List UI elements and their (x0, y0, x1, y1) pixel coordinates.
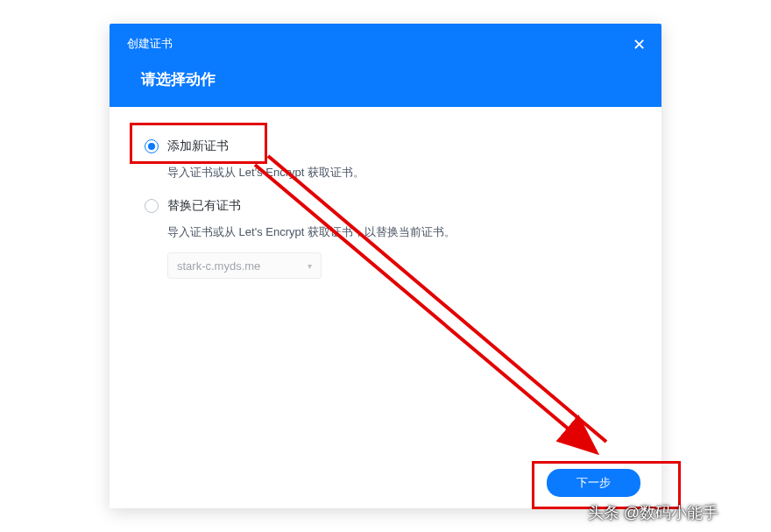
radio-button-icon (145, 139, 159, 153)
watermark: 头条 @数码小能手 (588, 502, 718, 523)
watermark-text: 头条 @数码小能手 (588, 502, 718, 523)
modal-subtitle: 请选择动作 (110, 52, 661, 89)
radio-replace-desc: 导入证书或从 Let's Encrypt 获取证书，以替换当前证书。 (167, 224, 630, 240)
radio-add-new-label: 添加新证书 (167, 138, 229, 154)
dropdown-row: stark-c.myds.me ▾ (167, 252, 630, 279)
radio-option-replace: 替换已有证书 导入证书或从 Let's Encrypt 获取证书，以替换当前证书… (141, 193, 630, 279)
radio-button-icon (145, 199, 159, 213)
next-button[interactable]: 下一步 (547, 469, 640, 497)
chevron-down-icon: ▾ (308, 261, 312, 271)
modal-footer: 下一步 (110, 458, 661, 508)
radio-replace[interactable]: 替换已有证书 (141, 193, 630, 219)
dropdown-value: stark-c.myds.me (177, 259, 260, 273)
modal-header: 创建证书 ✕ 请选择动作 (110, 24, 661, 107)
modal-title-bar: 创建证书 ✕ (110, 24, 661, 52)
radio-replace-label: 替换已有证书 (167, 198, 241, 214)
radio-dot-icon (148, 143, 155, 150)
radio-add-new[interactable]: 添加新证书 (141, 133, 630, 160)
create-certificate-modal: 创建证书 ✕ 请选择动作 添加新证书 导入证书或从 Let's Encrypt … (110, 24, 661, 508)
close-icon[interactable]: ✕ (630, 36, 647, 53)
radio-add-new-desc: 导入证书或从 Let's Encrypt 获取证书。 (167, 165, 630, 181)
certificate-dropdown[interactable]: stark-c.myds.me ▾ (167, 252, 322, 279)
modal-title: 创建证书 (127, 36, 644, 52)
radio-option-add-new: 添加新证书 导入证书或从 Let's Encrypt 获取证书。 (141, 133, 630, 181)
modal-body: 添加新证书 导入证书或从 Let's Encrypt 获取证书。 替换已有证书 … (110, 107, 661, 458)
